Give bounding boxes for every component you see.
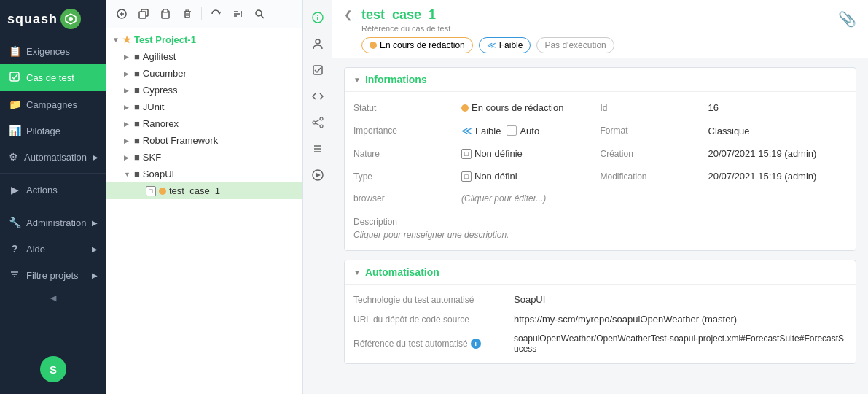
execution-badge[interactable]: Pas d'exécution <box>536 37 614 53</box>
svg-rect-12 <box>185 12 189 18</box>
filtre-icon <box>9 269 20 282</box>
modification-value: 20/07/2021 15:19 (admin) <box>703 168 848 185</box>
tree-item-soapui[interactable]: ▼ ■ SoapUI <box>106 166 302 182</box>
tree-toolbar <box>106 0 302 28</box>
info-panel-button[interactable] <box>306 6 329 29</box>
sidebar-item-aide[interactable]: ? Aide ▶ <box>0 236 106 262</box>
main-body: ▼ Informations Statut En cours de rédact… <box>332 58 868 394</box>
sidebar-item-campagnes[interactable]: 📁 Campagnes <box>0 91 106 117</box>
informations-section: ▼ Informations Statut En cours de rédact… <box>344 67 856 251</box>
tree-item-cucumber[interactable]: ▶ ■ Cucumber <box>106 65 302 82</box>
nature-value: □ Non définie <box>455 145 601 162</box>
logo-icon <box>60 9 81 29</box>
refresh-button[interactable] <box>206 4 225 23</box>
folder-icon: ■ <box>134 51 140 62</box>
aide-arrow: ▶ <box>92 245 98 253</box>
aide-icon: ? <box>9 243 20 255</box>
sort-button[interactable] <box>228 4 247 23</box>
browser-edit[interactable]: (Cliquer pour éditer...) <box>461 193 546 204</box>
pin-icon[interactable]: 📎 <box>838 10 856 28</box>
tree-item-robotframework[interactable]: ▶ ■ Robot Framework <box>106 132 302 149</box>
user-avatar[interactable]: S <box>40 356 66 382</box>
statut-label: Statut <box>353 100 455 116</box>
tree-item-cypress[interactable]: ▶ ■ Cypress <box>106 82 302 98</box>
sidebar-item-exigences[interactable]: 📋 Exigences <box>0 38 106 64</box>
svg-rect-11 <box>163 9 168 12</box>
description-area: Description Cliquer pour renseigner une … <box>353 212 847 243</box>
automatisation-toggle: ▼ <box>353 269 361 277</box>
copy-button[interactable] <box>134 4 153 23</box>
skf-label: SKF <box>143 152 161 163</box>
side-icon-panel <box>303 0 332 394</box>
cucumber-toggle: ▶ <box>124 70 131 77</box>
creation-value: 20/07/2021 15:19 (admin) <box>703 145 848 162</box>
technologie-label: Technologie du test automatisé <box>353 293 514 307</box>
cypress-toggle: ▶ <box>124 87 131 94</box>
search-button[interactable] <box>250 4 269 23</box>
automatisation-arrow: ▶ <box>93 153 98 161</box>
id-value: 16 <box>703 99 848 116</box>
sidebar-item-actions[interactable]: ▶ Actions <box>0 177 106 203</box>
cypress-label: Cypress <box>143 85 178 96</box>
tree-root[interactable]: ▼ ★ Test Project-1 <box>106 31 302 48</box>
technologie-label-text: Technologie du test automatisé <box>353 295 474 305</box>
agilitest-label: Agilitest <box>143 51 176 62</box>
user-panel-button[interactable] <box>306 32 329 55</box>
soapui-toggle: ▼ <box>124 171 131 178</box>
add-button[interactable] <box>112 4 131 23</box>
status-badge[interactable]: En cours de rédaction <box>361 37 473 53</box>
informations-section-header[interactable]: ▼ Informations <box>345 68 856 92</box>
folder-icon: ■ <box>134 85 140 96</box>
type-text: Non défini <box>474 171 517 182</box>
auto-label: Auto <box>520 125 539 136</box>
url-label-text: URL du dépôt de code source <box>353 314 469 325</box>
description-edit[interactable]: Cliquer pour renseigner une description. <box>353 230 847 240</box>
importance-icon-badge: ≪ <box>487 40 496 50</box>
main-title-area: test_case_1 Référence du cas de test En … <box>361 7 829 53</box>
id-label: Id <box>601 100 703 116</box>
sidebar-item-pilotage[interactable]: 📊 Pilotage <box>0 117 106 144</box>
sidebar-item-cas-de-test[interactable]: Cas de test <box>0 64 106 91</box>
sidebar-item-filtre-projets[interactable]: Filtre projets ▶ <box>0 262 106 289</box>
reference-info-icon: i <box>471 339 481 349</box>
check-panel-button[interactable] <box>306 58 329 82</box>
info-grid: Statut En cours de rédaction Id 16 Impor… <box>353 99 847 243</box>
tree-item-test-case-1[interactable]: □ test_case_1 <box>106 182 302 199</box>
svg-line-29 <box>316 120 320 122</box>
page-subtitle: Référence du cas de test <box>361 24 829 33</box>
logo-text: squash <box>7 12 58 27</box>
share-panel-button[interactable] <box>306 111 329 134</box>
technologie-value: SoapUI <box>514 292 847 307</box>
format-label: Format <box>601 123 703 139</box>
delete-button[interactable] <box>178 4 197 23</box>
tree-item-skf[interactable]: ▶ ■ SKF <box>106 149 302 166</box>
importance-badge[interactable]: ≪ Faible <box>479 37 531 53</box>
agilitest-toggle: ▶ <box>124 53 131 61</box>
description-label: Description <box>353 217 847 227</box>
folder-icon: ■ <box>134 118 140 129</box>
tree-item-ranorex[interactable]: ▶ ■ Ranorex <box>106 115 302 132</box>
tree-item-junit[interactable]: ▶ ■ JUnit <box>106 98 302 115</box>
status-badge-label: En cours de rédaction <box>380 40 465 50</box>
sidebar-collapse-button[interactable]: ◀ <box>0 289 106 307</box>
tree-item-agilitest[interactable]: ▶ ■ Agilitest <box>106 48 302 65</box>
paste-button[interactable] <box>156 4 175 23</box>
sidebar-item-automatisation[interactable]: ⚙ Automatisation ▶ <box>0 144 106 170</box>
administration-arrow: ▶ <box>92 219 98 227</box>
modification-label: Modification <box>601 169 703 185</box>
svg-point-23 <box>317 15 318 16</box>
nature-label: Nature <box>353 146 455 162</box>
page-title: test_case_1 <box>361 7 829 23</box>
url-label: URL du dépôt de code source <box>353 312 514 327</box>
reference-label: Référence du test automatisé i <box>353 336 514 351</box>
play-panel-button[interactable] <box>306 163 329 187</box>
sidebar-item-administration[interactable]: 🔧 Administration ▶ <box>0 209 106 236</box>
code-panel-button[interactable] <box>306 85 329 108</box>
automatisation-icon: ⚙ <box>9 151 18 163</box>
list-panel-button[interactable] <box>306 137 329 161</box>
automatisation-body: Technologie du test automatisé SoapUI UR… <box>345 285 856 363</box>
url-value: https://my-scm/myrepo/soapuiOpenWeather … <box>514 312 847 327</box>
collapse-main-button[interactable]: ❮ <box>344 7 353 20</box>
automatisation-section-header[interactable]: ▼ Automatisation <box>345 260 856 285</box>
auto-checkbox[interactable] <box>507 125 517 136</box>
